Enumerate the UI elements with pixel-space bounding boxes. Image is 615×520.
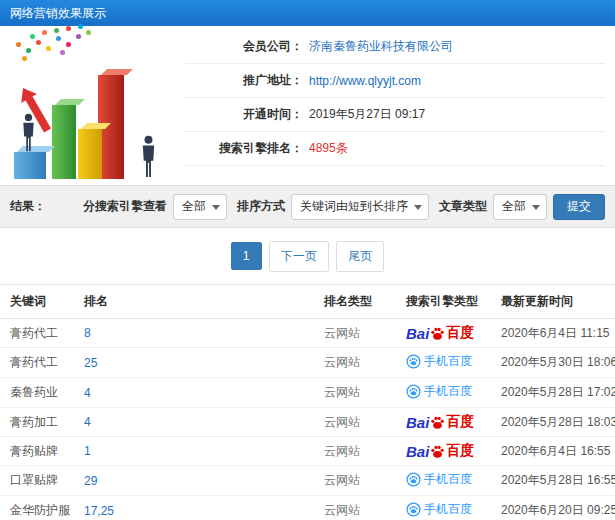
info-row: 会员公司： 济南秦鲁药业科技有限公司 [185, 30, 605, 64]
filter-controls: 分搜索引擎查看 全部 排序方式 关键词由短到长排序 文章类型 全部 提交 [79, 194, 605, 220]
time-cell: 2020年5月28日 17:02 [495, 378, 615, 408]
sort-order-label: 排序方式 [237, 198, 285, 215]
rank-link[interactable]: 1 [84, 444, 91, 458]
open-time-value: 2019年5月27日 09:17 [309, 106, 425, 123]
observer-figure [138, 135, 159, 179]
table-row: 膏药加工4云网站Bai百度2020年5月28日 18:03 [0, 408, 615, 437]
column-header-rank: 排名 [78, 285, 318, 319]
table-row: 金华防护服17,25云网站手机百度2020年6月20日 09:25 [0, 496, 615, 520]
baidu-paw-icon [430, 415, 445, 430]
keyword-cell: 金华防护服 [0, 496, 78, 520]
submit-button[interactable]: 提交 [553, 194, 605, 220]
info-row: 搜索引擎排名： 4895条 [185, 132, 605, 166]
rank-type-cell: 云网站 [318, 348, 400, 378]
table-row: 膏药贴牌1云网站Bai百度2020年6月4日 16:55 [0, 437, 615, 466]
engine-cell: Bai百度 [400, 437, 495, 466]
rank-link[interactable]: 29 [84, 474, 97, 488]
rank-link[interactable]: 4 [84, 415, 91, 429]
table-row: 膏药代工8云网站Bai百度2020年6月4日 11:15 [0, 319, 615, 348]
column-header-update-time: 最新更新时间 [495, 285, 615, 319]
rank-type-cell: 云网站 [318, 496, 400, 520]
table-row: 膏药代工25云网站手机百度2020年5月30日 18:06 [0, 348, 615, 378]
confetti-dots [16, 42, 21, 47]
next-page-button[interactable]: 下一页 [269, 241, 329, 272]
sort-order-value: 关键词由短到长排序 [300, 198, 408, 215]
rank-cell: 17,25 [78, 496, 318, 520]
rank-link[interactable]: 8 [84, 326, 91, 340]
time-cell: 2020年6月4日 11:15 [495, 319, 615, 348]
time-cell: 2020年5月28日 18:03 [495, 408, 615, 437]
chevron-down-icon [414, 205, 422, 210]
result-label: 结果： [10, 198, 46, 215]
mobile-baidu-icon [406, 354, 421, 369]
rank-link[interactable]: 17,25 [84, 504, 114, 518]
info-row: 开通时间： 2019年5月27日 09:17 [185, 98, 605, 132]
chevron-down-icon [212, 205, 220, 210]
page-1-button[interactable]: 1 [231, 242, 262, 270]
mobile-baidu-logo: 手机百度 [406, 383, 472, 400]
baidu-logo: Bai百度 [406, 442, 474, 460]
rank-link[interactable]: 4 [84, 386, 91, 400]
info-label: 会员公司： [185, 38, 303, 55]
time-cell: 2020年5月28日 16:55 [495, 466, 615, 496]
rank-type-cell: 云网站 [318, 319, 400, 348]
engine-cell: 手机百度 [400, 466, 495, 496]
table-row: 秦鲁药业4云网站手机百度2020年5月28日 17:02 [0, 378, 615, 408]
pagination: 1 下一页 尾页 [0, 228, 615, 284]
website-link[interactable]: http://www.qlyyjt.com [309, 74, 421, 88]
baidu-logo: Bai百度 [406, 324, 474, 342]
info-label: 推广地址： [185, 72, 303, 89]
article-type-label: 文章类型 [439, 198, 487, 215]
column-header-rank-type: 排名类型 [318, 285, 400, 319]
company-link[interactable]: 济南秦鲁药业科技有限公司 [309, 38, 453, 55]
article-type-select[interactable]: 全部 [493, 194, 547, 220]
rank-link[interactable]: 25 [84, 356, 97, 370]
chevron-down-icon [532, 205, 540, 210]
engine-filter-value: 全部 [182, 198, 206, 215]
engine-cell: 手机百度 [400, 378, 495, 408]
info-label: 开通时间： [185, 106, 303, 123]
bar-chart-illustration [0, 26, 185, 185]
keyword-cell: 膏药代工 [0, 319, 78, 348]
rank-type-cell: 云网站 [318, 378, 400, 408]
article-type-value: 全部 [502, 198, 526, 215]
baidu-logo: Bai百度 [406, 413, 474, 431]
keyword-cell: 秦鲁药业 [0, 378, 78, 408]
rank-cell: 25 [78, 348, 318, 378]
time-cell: 2020年6月4日 16:55 [495, 437, 615, 466]
sort-order-select[interactable]: 关键词由短到长排序 [291, 194, 429, 220]
mobile-baidu-icon [406, 384, 421, 399]
baidu-paw-icon [430, 326, 445, 341]
keyword-cell: 膏药贴牌 [0, 437, 78, 466]
info-label: 搜索引擎排名： [185, 140, 303, 157]
top-section: 会员公司： 济南秦鲁药业科技有限公司 推广地址： http://www.qlyy… [0, 26, 615, 185]
company-info-panel: 会员公司： 济南秦鲁药业科技有限公司 推广地址： http://www.qlyy… [185, 26, 615, 185]
last-page-button[interactable]: 尾页 [336, 241, 384, 272]
mobile-baidu-logo: 手机百度 [406, 501, 472, 518]
page-header: 网络营销效果展示 [0, 0, 615, 26]
rank-cell: 4 [78, 408, 318, 437]
rank-type-cell: 云网站 [318, 466, 400, 496]
yellow-bar [78, 129, 102, 179]
rank-cell: 29 [78, 466, 318, 496]
mobile-baidu-icon [406, 472, 421, 487]
rank-count-value: 4895条 [309, 140, 348, 157]
rank-cell: 1 [78, 437, 318, 466]
engine-cell: 手机百度 [400, 348, 495, 378]
businessman-figure [19, 113, 38, 153]
table-row: 口罩贴牌29云网站手机百度2020年5月28日 16:55 [0, 466, 615, 496]
rank-type-cell: 云网站 [318, 408, 400, 437]
table-header-row: 关键词 排名 排名类型 搜索引擎类型 最新更新时间 [0, 285, 615, 319]
green-bar [52, 105, 76, 179]
engine-filter-label: 分搜索引擎查看 [83, 198, 167, 215]
column-header-engine-type: 搜索引擎类型 [400, 285, 495, 319]
engine-cell: Bai百度 [400, 319, 495, 348]
time-cell: 2020年6月20日 09:25 [495, 496, 615, 520]
info-row: 推广地址： http://www.qlyyjt.com [185, 64, 605, 98]
engine-filter-select[interactable]: 全部 [173, 194, 227, 220]
keyword-cell: 膏药代工 [0, 348, 78, 378]
rank-cell: 8 [78, 319, 318, 348]
blue-cube [14, 152, 46, 179]
time-cell: 2020年5月30日 18:06 [495, 348, 615, 378]
keyword-cell: 膏药加工 [0, 408, 78, 437]
